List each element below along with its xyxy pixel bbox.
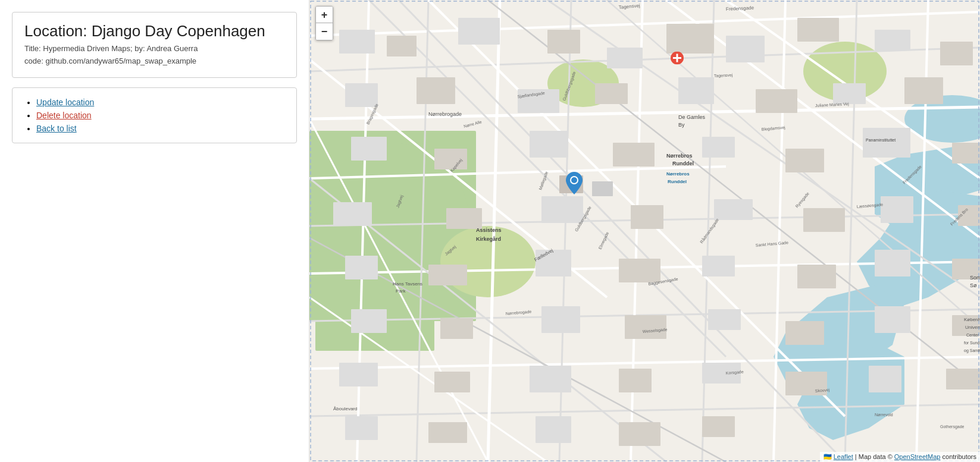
svg-rect-54 bbox=[940, 42, 973, 65]
svg-text:Nørrebros: Nørrebros bbox=[666, 171, 690, 177]
title-box: Location: Django Day Copenhagen Title: H… bbox=[12, 12, 297, 78]
update-location-item: Update location bbox=[36, 98, 284, 107]
svg-rect-76 bbox=[803, 208, 845, 232]
svg-rect-56 bbox=[417, 77, 455, 104]
delete-location-item: Delete location bbox=[36, 111, 284, 120]
svg-rect-50 bbox=[666, 24, 714, 54]
svg-text:og Samfund: og Samfund bbox=[964, 348, 980, 353]
svg-rect-83 bbox=[702, 256, 735, 276]
subtitle-line1: Title: Hypermedia Driven Maps; by: Andre… bbox=[24, 44, 198, 53]
svg-text:Københavns: Københavns bbox=[964, 317, 980, 322]
svg-rect-62 bbox=[904, 77, 943, 104]
subtitle: Title: Hypermedia Driven Maps; by: Andre… bbox=[24, 43, 284, 68]
svg-rect-82 bbox=[619, 259, 660, 282]
svg-text:Park: Park bbox=[396, 288, 406, 294]
svg-text:By: By bbox=[678, 122, 685, 128]
svg-rect-102 bbox=[946, 369, 980, 389]
svg-rect-85 bbox=[875, 250, 910, 276]
svg-rect-97 bbox=[530, 366, 571, 392]
svg-rect-95 bbox=[339, 363, 378, 386]
svg-rect-87 bbox=[351, 309, 387, 333]
svg-rect-66 bbox=[613, 143, 655, 166]
svg-text:Kirkegård: Kirkegård bbox=[476, 236, 501, 242]
svg-rect-84 bbox=[797, 265, 836, 288]
svg-rect-96 bbox=[434, 372, 470, 392]
svg-text:Gothersgade: Gothersgade bbox=[940, 425, 965, 429]
actions-list: Update location Delete location Back to … bbox=[24, 98, 284, 133]
svg-rect-106 bbox=[619, 422, 660, 446]
svg-rect-71 bbox=[333, 202, 372, 226]
svg-text:Sø: Sø bbox=[970, 282, 977, 288]
leaflet-link[interactable]: Leaflet bbox=[834, 453, 853, 460]
zoom-out-button[interactable]: − bbox=[316, 23, 333, 40]
svg-rect-77 bbox=[881, 196, 913, 223]
back-to-list-item: Back to list bbox=[36, 124, 284, 133]
svg-text:Hans Tavsens: Hans Tavsens bbox=[393, 281, 422, 287]
map-data-text: | Map data © bbox=[853, 453, 894, 460]
svg-rect-61 bbox=[833, 83, 866, 104]
svg-rect-73 bbox=[541, 196, 583, 223]
svg-text:for Sundhed: for Sundhed bbox=[964, 341, 980, 345]
svg-rect-90 bbox=[625, 315, 666, 339]
map-container[interactable]: Tagensvej Fredensgade Nørrebrogade Fælle… bbox=[309, 0, 980, 462]
contributors-text: contributors bbox=[940, 453, 976, 460]
subtitle-line2: code: github.com/andywar65/map_swap_exam… bbox=[24, 56, 196, 65]
svg-rect-52 bbox=[797, 18, 839, 42]
sidebar: Location: Django Day Copenhagen Title: H… bbox=[0, 0, 309, 462]
back-to-list-link[interactable]: Back to list bbox=[36, 124, 77, 133]
delete-location-link[interactable]: Delete location bbox=[36, 111, 92, 120]
svg-rect-58 bbox=[595, 83, 628, 104]
page-title: Location: Django Day Copenhagen bbox=[24, 22, 284, 40]
svg-rect-89 bbox=[541, 306, 580, 333]
svg-rect-103 bbox=[345, 416, 378, 440]
svg-text:Nørrebros: Nørrebros bbox=[666, 153, 693, 159]
svg-text:Åboulevard: Åboulevard bbox=[333, 406, 357, 411]
svg-rect-91 bbox=[708, 309, 741, 330]
svg-text:Nørrevold: Nørrevold bbox=[875, 413, 893, 417]
svg-text:Runddel: Runddel bbox=[672, 161, 694, 166]
svg-rect-173 bbox=[592, 181, 613, 196]
svg-text:Nørrebrogade: Nørrebrogade bbox=[428, 111, 462, 117]
svg-rect-63 bbox=[351, 137, 387, 161]
zoom-controls: + − bbox=[315, 6, 333, 40]
svg-rect-65 bbox=[530, 131, 568, 158]
svg-rect-53 bbox=[875, 30, 910, 51]
svg-text:Runddel: Runddel bbox=[668, 179, 687, 184]
svg-point-175 bbox=[571, 177, 577, 183]
svg-rect-49 bbox=[607, 48, 643, 68]
osm-link[interactable]: OpenStreetMap bbox=[894, 453, 941, 460]
svg-rect-74 bbox=[631, 205, 663, 229]
svg-rect-98 bbox=[619, 369, 652, 392]
svg-rect-64 bbox=[434, 149, 467, 169]
svg-rect-67 bbox=[702, 137, 735, 158]
location-marker bbox=[566, 172, 583, 196]
svg-rect-93 bbox=[875, 306, 910, 333]
svg-rect-170 bbox=[863, 128, 910, 158]
svg-rect-105 bbox=[536, 416, 571, 443]
svg-rect-47 bbox=[458, 18, 500, 45]
svg-text:Universitet: Universitet bbox=[965, 325, 980, 330]
actions-box: Update location Delete location Back to … bbox=[12, 87, 297, 143]
svg-text:Panaminstituttet: Panaminstituttet bbox=[866, 138, 896, 142]
map-background: Tagensvej Fredensgade Nørrebrogade Fælle… bbox=[309, 0, 980, 462]
svg-rect-45 bbox=[339, 30, 375, 54]
svg-rect-46 bbox=[387, 36, 417, 56]
svg-rect-107 bbox=[702, 416, 735, 437]
svg-rect-104 bbox=[428, 422, 467, 443]
svg-rect-59 bbox=[678, 77, 714, 104]
svg-rect-51 bbox=[726, 36, 765, 62]
svg-text:De Gamles: De Gamles bbox=[678, 114, 706, 120]
leaflet-flag: 🇺🇦 bbox=[824, 453, 834, 460]
update-location-link[interactable]: Update location bbox=[36, 98, 94, 107]
svg-rect-60 bbox=[756, 89, 797, 113]
map-attribution: 🇺🇦 Leaflet | Map data © OpenStreetMap co… bbox=[820, 452, 980, 462]
svg-rect-48 bbox=[547, 30, 580, 54]
svg-rect-79 bbox=[345, 256, 378, 279]
svg-text:Assistens: Assistens bbox=[476, 227, 502, 233]
svg-rect-80 bbox=[428, 265, 467, 285]
zoom-in-button[interactable]: + bbox=[316, 7, 333, 23]
svg-text:Center: Center bbox=[966, 333, 979, 337]
svg-rect-101 bbox=[869, 366, 901, 392]
svg-rect-72 bbox=[446, 208, 482, 229]
svg-rect-75 bbox=[714, 199, 753, 220]
